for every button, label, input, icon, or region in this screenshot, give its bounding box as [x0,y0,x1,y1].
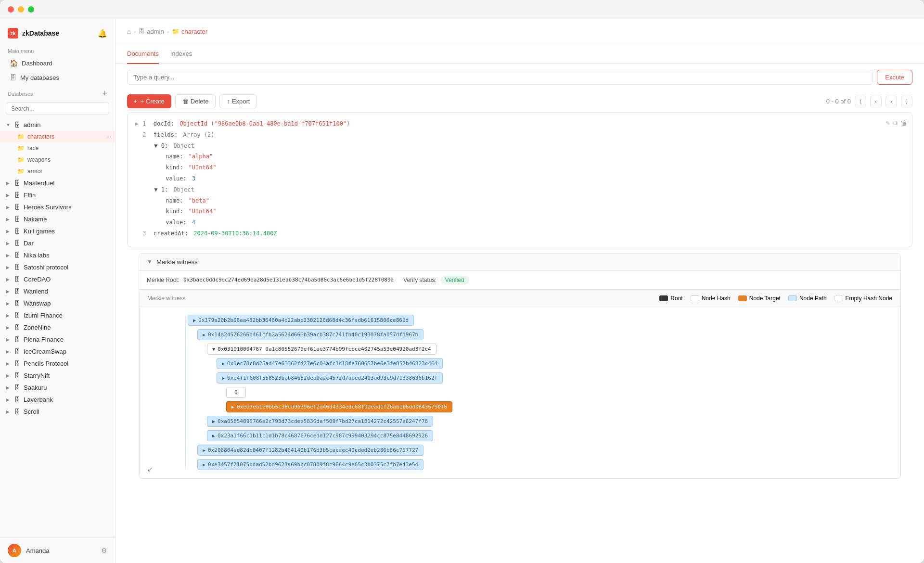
tree-node-8[interactable]: ▶ 0x23a1f66c1b11c1d1b78c4687676cedd127c9… [207,430,433,441]
db-item-masterduel[interactable]: ▶🗄Masterduel [0,177,115,189]
expand-icon: ▶ [222,375,225,381]
db-item-starrynift[interactable]: ▶🗄StarryNift [0,370,115,382]
db-item-satoshi[interactable]: ▶🗄Satoshi protocol [0,261,115,273]
db-item-zonenine[interactable]: ▶🗄ZoneNine [0,321,115,333]
tree-node-0[interactable]: ▶ 0x179a20b2b06aa432bb36480a4c22abc23021… [188,315,414,326]
query-input[interactable] [127,70,873,85]
delete-button[interactable]: 🗑 Delete [175,94,216,108]
collection-item-armor[interactable]: 📁 armor [0,166,115,177]
next-page-button[interactable]: › [886,96,897,107]
tree-row-5: 0 [188,387,892,398]
collapse-icon[interactable]: ↙ [147,465,153,473]
sidebar-item-my-databases[interactable]: 🗄 My databases [2,70,113,85]
db-item-wanswap[interactable]: ▶🗄Wanswap [0,297,115,309]
first-page-button[interactable]: ⟨ [855,96,866,107]
db-name: Wanswap [24,300,51,307]
tree-node-4[interactable]: ▶ 0xe4f1f608f558523bab84682deb0a2c4572d7… [217,372,443,384]
db-item-icecreamswap[interactable]: ▶🗄IceCreamSwap [0,345,115,358]
prev-page-button[interactable]: ‹ [870,96,882,107]
db-item-layerbank[interactable]: ▶🗄Layerbank [0,394,115,406]
execute-button[interactable]: Excute [877,70,912,85]
action-buttons: + + Create 🗑 Delete ↑ Export [127,94,257,108]
chevron-down-icon: ▼ [147,258,153,265]
db-item-coredao[interactable]: ▶🗄CoreDAO [0,273,115,285]
legend-node-target-item: Node Target [738,295,781,302]
db-name: Masterduel [24,179,54,187]
tree-row-3: ▶ 0x1ec78c8d25ad47e63362f427e6c04afc1d18… [188,358,892,369]
db-item-elfin[interactable]: ▶🗄Elfin [0,189,115,201]
folder-icon: 📁 [17,133,25,140]
db-item-plena[interactable]: ▶🗄Plena Finance [0,333,115,345]
merkle-root-bar: Merkle Root: 0x3baec0ddc9dc274ed69ea28d5… [139,271,900,290]
tree-node-2[interactable]: ▼ 0x031910004767 0a1c80552679ef61ae3774b… [207,344,436,355]
merkle-section-header[interactable]: ▼ Merkle witness [139,254,900,271]
db-name: Nika labs [24,252,49,259]
document-body: ✎ ⧉ 🗑 ▶ 1 docId: ObjectId ("986ae0b8-0aa… [128,113,912,247]
expand-icon[interactable]: ▶ [135,118,139,130]
db-item-nika-labs[interactable]: ▶🗄Nika labs [0,249,115,261]
minimize-button[interactable] [18,6,24,13]
notification-icon[interactable]: 🔔 [98,29,107,38]
tab-documents[interactable]: Documents [127,44,159,64]
expand-icon: ▶ [193,318,196,323]
tree-node-5[interactable]: 0 [226,387,246,398]
breadcrumb-admin[interactable]: 🗄 admin [139,28,164,35]
db-item-izumi[interactable]: ▶🗄Izumi Finance [0,309,115,321]
plus-icon: + [134,98,138,105]
query-toolbar: Excute [116,64,924,90]
collection-item-weapons[interactable]: 📁 weapons [0,154,115,166]
legend-root-swatch [659,295,668,301]
settings-icon[interactable]: ⚙ [101,547,107,554]
tree-node-3[interactable]: ▶ 0x1ec78c8d25ad47e63362f427e6c04afc1d18… [217,358,443,369]
documents-area: ✎ ⧉ 🗑 ▶ 1 docId: ObjectId ("986ae0b8-0aa… [116,112,924,563]
add-database-button[interactable]: + [102,89,107,99]
tree-node-1[interactable]: ▶ 0x14a24526266b461cfb2a5624d666b39acb38… [197,329,424,340]
copy-icon[interactable]: ⧉ [893,117,898,129]
collection-item-race[interactable]: 📁 race [0,142,115,154]
tree-node-7[interactable]: ▶ 0xa05854895766e2c793d73cdee5836daf509f… [207,416,433,427]
collection-item-characters[interactable]: 📁 characters ··· [0,131,115,142]
close-button[interactable] [8,6,14,13]
db-item-pencils[interactable]: ▶🗄Pencils Protocol [0,358,115,370]
edit-icon[interactable]: ✎ [886,117,890,129]
username: Amanda [26,547,96,554]
database-search-input[interactable] [6,102,109,115]
merkle-title: Merkle witness [156,258,198,266]
db-item-nakame[interactable]: ▶🗄Nakame [0,213,115,225]
tree-nodes: ▶ 0x179a20b2b06aa432bb36480a4c22abc23021… [159,315,892,470]
export-button[interactable]: ↑ Export [219,94,257,108]
db-item-wanlend[interactable]: ▶🗄Wanlend [0,285,115,297]
action-bar: + + Create 🗑 Delete ↑ Export 0 - 0 of 0 … [116,90,924,112]
db-item-heroes-survivors[interactable]: ▶🗄Heroes Survivors [0,201,115,213]
legend-node-hash-item: Node Hash [691,295,731,302]
verified-badge: Verified [440,276,469,284]
last-page-button[interactable]: ⟩ [901,96,912,107]
line-2: 2 fields: Array (2) [142,129,350,141]
collection-more-icon[interactable]: ··· [106,133,111,140]
delete-doc-icon[interactable]: 🗑 [900,117,907,129]
tab-indexes[interactable]: Indexes [170,44,192,64]
fields-value: Array (2) [183,131,215,138]
pagination-area: 0 - 0 of 0 ⟨ ‹ › ⟩ [826,96,912,107]
db-item-admin[interactable]: ▼ 🗄 admin [0,119,115,131]
db-item-kult-games[interactable]: ▶🗄Kult games [0,225,115,237]
tree-node-6[interactable]: ▶ 0xea7ea1e0bb5c38ca9b396ef2d46d4334edc6… [226,401,452,412]
db-name: Satoshi protocol [24,264,68,271]
home-icon[interactable]: ⌂ [127,28,131,35]
collection-label-weapons: weapons [27,156,51,163]
legend-node-hash-label: Node Hash [702,295,731,302]
create-button[interactable]: + + Create [127,94,171,108]
sidebar-logo-area: zk zkDatabase 🔔 [0,19,115,44]
sidebar-item-dashboard[interactable]: 🏠 Dashboard [2,56,113,70]
db-name: StarryNift [24,372,50,379]
db-item-saakuru[interactable]: ▶🗄Saakuru [0,382,115,394]
tree-node-9[interactable]: ▶ 0x206804ad82dc0407f1282b464140b176d3b5… [197,445,424,456]
breadcrumb: ⌂ › 🗄 admin › 📁 character [127,28,207,35]
db-item-scroll[interactable]: ▶🗄Scroll [0,406,115,418]
maximize-button[interactable] [28,6,34,13]
legend-node-target-label: Node Target [749,295,781,302]
db-item-dar[interactable]: ▶🗄Dar [0,237,115,249]
tree-node-10[interactable]: ▶ 0xe3457f21075bdad52bd9623a69bbc07809f8… [197,459,424,470]
tree-row-10: ▶ 0xe3457f21075bdad52bd9623a69bbc07809f8… [188,459,892,470]
merkle-legend: Merkle witness Root Node Hash [140,290,900,307]
